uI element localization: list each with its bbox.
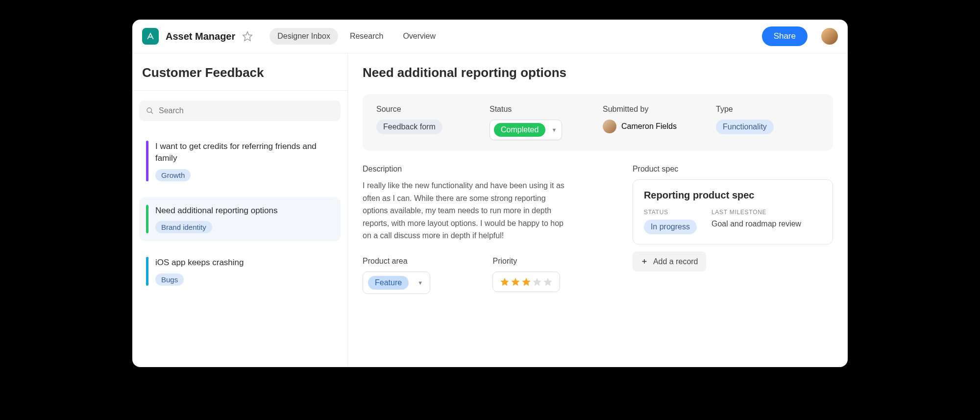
spec-milestone-label: LAST MILESTONE xyxy=(711,209,822,216)
meta-label: Type xyxy=(716,105,819,114)
svg-marker-3 xyxy=(501,278,509,286)
app-window: Asset Manager Designer Inbox Research Ov… xyxy=(132,20,848,367)
svg-marker-7 xyxy=(544,278,552,286)
topbar: Asset Manager Designer Inbox Research Ov… xyxy=(132,20,848,53)
meta-submitted-by: Submitted by Cameron Fields xyxy=(603,105,706,140)
left-col: Description I really like the new functi… xyxy=(363,165,603,294)
status-bar-icon xyxy=(146,141,148,181)
status-bar-icon xyxy=(146,257,148,286)
plus-icon: ＋ xyxy=(640,256,648,267)
star-icon xyxy=(500,277,510,287)
feedback-item-title: iOS app keeps crashing xyxy=(155,257,244,269)
spec-status-value: In progress xyxy=(644,220,697,234)
add-record-label: Add a record xyxy=(653,257,698,266)
app-title: Asset Manager xyxy=(166,31,235,42)
priority-stars[interactable] xyxy=(492,272,560,292)
svg-line-2 xyxy=(151,112,153,114)
product-area-label: Product area xyxy=(363,257,473,266)
feedback-item-growth[interactable]: I want to get credits for referring frie… xyxy=(139,133,341,189)
tabs: Designer Inbox Research Overview xyxy=(270,28,443,45)
share-button[interactable]: Share xyxy=(762,26,808,46)
product-area-value: Feature xyxy=(368,276,409,290)
right-col: Product spec Reporting product spec STAT… xyxy=(633,165,833,294)
feedback-item-tag: Bugs xyxy=(155,273,184,286)
description-label: Description xyxy=(363,165,603,173)
status-bar-icon xyxy=(146,205,148,234)
sidebar-content: I want to get credits for referring frie… xyxy=(132,91,347,311)
favorite-star-icon[interactable] xyxy=(242,31,253,42)
two-col: Description I really like the new functi… xyxy=(363,165,833,294)
meta-type: Type Functionality xyxy=(716,105,819,140)
priority-label: Priority xyxy=(492,257,603,266)
sidebar-title: Customer Feedback xyxy=(142,65,338,80)
star-icon xyxy=(532,277,542,287)
star-icon xyxy=(511,277,520,287)
svg-marker-5 xyxy=(522,278,531,286)
product-spec-label: Product spec xyxy=(633,165,833,173)
feedback-item-bugs[interactable]: iOS app keeps crashing Bugs xyxy=(139,249,341,294)
search-input[interactable] xyxy=(159,106,334,115)
spec-milestone-value: Goal and roadmap review xyxy=(711,220,822,228)
user-avatar[interactable] xyxy=(821,28,838,45)
detail-panel: Need additional reporting options Source… xyxy=(348,53,848,367)
tab-research[interactable]: Research xyxy=(342,28,391,45)
tab-designer-inbox[interactable]: Designer Inbox xyxy=(270,28,338,45)
submitter-avatar xyxy=(603,120,616,133)
meta-label: Source xyxy=(376,105,480,114)
svg-marker-6 xyxy=(533,278,541,286)
svg-point-1 xyxy=(147,108,151,112)
source-value: Feedback form xyxy=(376,120,442,134)
sidebar-header: Customer Feedback xyxy=(132,53,347,91)
meta-row: Source Feedback form Status Completed ▼ … xyxy=(363,94,833,151)
feedback-item-title: I want to get credits for referring frie… xyxy=(155,141,334,164)
body: Customer Feedback I want to get credits … xyxy=(132,53,848,367)
chevron-down-icon: ▼ xyxy=(417,280,423,286)
search-icon xyxy=(146,107,154,115)
app-logo-icon xyxy=(142,28,159,45)
svg-marker-4 xyxy=(512,278,520,286)
type-value: Functionality xyxy=(716,120,774,134)
description-text: I really like the new functionality and … xyxy=(363,179,568,242)
feedback-item-tag: Growth xyxy=(155,169,191,181)
chevron-down-icon: ▼ xyxy=(551,127,557,133)
spec-card-title: Reporting product spec xyxy=(644,190,822,201)
product-area-field: Product area Feature ▼ xyxy=(363,257,473,294)
product-spec-card[interactable]: Reporting product spec STATUS In progres… xyxy=(633,179,833,245)
product-area-dropdown[interactable]: Feature ▼ xyxy=(363,272,430,294)
meta-source: Source Feedback form xyxy=(376,105,480,140)
tab-overview[interactable]: Overview xyxy=(395,28,443,45)
submitter-name: Cameron Fields xyxy=(621,122,677,131)
star-icon xyxy=(521,277,531,287)
feedback-item-tag: Brand identity xyxy=(155,221,212,233)
feedback-item-reporting[interactable]: Need additional reporting options Brand … xyxy=(139,197,341,242)
status-value: Completed xyxy=(494,123,545,137)
sidebar: Customer Feedback I want to get credits … xyxy=(132,53,348,367)
search-box[interactable] xyxy=(139,100,341,121)
add-record-button[interactable]: ＋ Add a record xyxy=(633,251,706,272)
meta-label: Submitted by xyxy=(603,105,706,114)
spec-status-label: STATUS xyxy=(644,209,697,216)
status-dropdown[interactable]: Completed ▼ xyxy=(490,120,562,140)
star-icon xyxy=(543,277,553,287)
meta-status: Status Completed ▼ xyxy=(490,105,593,140)
meta-label: Status xyxy=(490,105,593,114)
feedback-item-title: Need additional reporting options xyxy=(155,205,278,217)
priority-field: Priority xyxy=(492,257,603,294)
detail-title: Need additional reporting options xyxy=(363,65,833,80)
svg-marker-0 xyxy=(243,32,252,41)
